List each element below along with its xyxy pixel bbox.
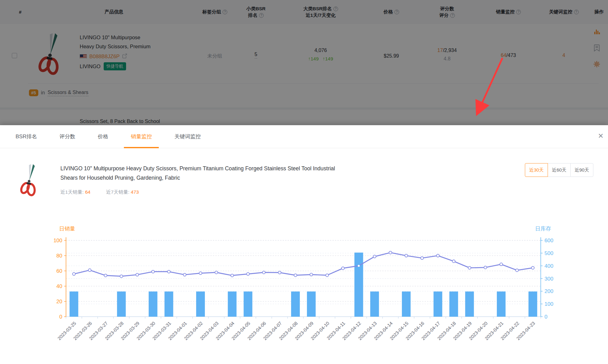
modal-sales-summary: 近1天销量: 64 近7天销量: 473 <box>60 189 139 196</box>
svg-text:600: 600 <box>544 238 553 243</box>
svg-text:0: 0 <box>59 314 62 320</box>
modal-product-image <box>18 163 40 198</box>
svg-text:80: 80 <box>56 253 62 259</box>
svg-text:200: 200 <box>544 288 553 294</box>
sales-1d-value: 64 <box>85 189 90 195</box>
svg-text:0: 0 <box>544 314 547 320</box>
svg-text:日销量: 日销量 <box>59 226 75 232</box>
page: #产品信息标签分组?小类BSR排名?大类BSR排名?近1天/7天变化价格?评分数… <box>0 0 608 364</box>
sales-7d-label: 近7天销量: <box>106 189 130 195</box>
period-button-近30天[interactable]: 近30天 <box>525 163 548 177</box>
svg-text:400: 400 <box>544 263 553 269</box>
svg-text:500: 500 <box>544 250 553 256</box>
svg-text:300: 300 <box>544 276 553 282</box>
close-icon[interactable]: ✕ <box>598 133 604 139</box>
period-button-group: 近30天近60天近90天 <box>525 163 593 177</box>
tab-关键词监控[interactable]: 关键词监控 <box>167 125 208 148</box>
dim-overlay <box>0 0 608 125</box>
sales-7d-value: 473 <box>131 189 139 195</box>
svg-text:60: 60 <box>56 268 62 274</box>
sales-monitor-modal: BSR排名评分数价格销量监控关键词监控 ✕ LIVINGO 10" Multip… <box>0 125 608 364</box>
svg-text:100: 100 <box>54 238 62 243</box>
tab-销量监控[interactable]: 销量监控 <box>124 125 159 148</box>
svg-text:100: 100 <box>544 301 553 307</box>
tab-价格[interactable]: 价格 <box>91 125 115 148</box>
svg-text:20: 20 <box>56 299 62 305</box>
period-button-近60天[interactable]: 近60天 <box>548 163 571 177</box>
period-button-近90天[interactable]: 近90天 <box>570 163 593 177</box>
modal-product-title: LIVINGO 10" Multipurpose Heavy Duty Scis… <box>60 164 337 182</box>
sales-inventory-chart: 020406080100日销量0100200300400500600日库存202… <box>0 218 608 364</box>
tab-BSR排名[interactable]: BSR排名 <box>9 125 44 148</box>
sales-1d-label: 近1天销量: <box>60 189 84 195</box>
svg-text:40: 40 <box>56 283 62 289</box>
svg-text:日库存: 日库存 <box>535 226 551 232</box>
modal-tabs: BSR排名评分数价格销量监控关键词监控 <box>0 125 608 148</box>
tab-评分数[interactable]: 评分数 <box>53 125 82 148</box>
